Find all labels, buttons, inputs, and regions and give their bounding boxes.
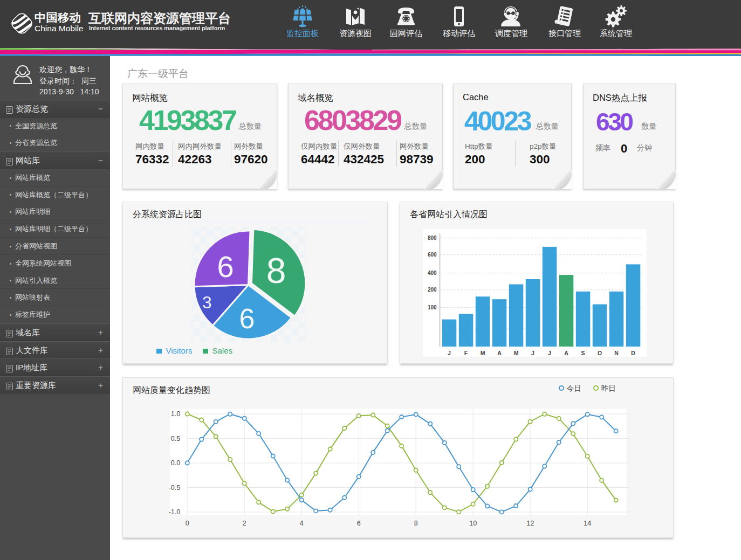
svg-text:2: 2: [243, 520, 246, 527]
svg-text:400: 400: [428, 270, 437, 276]
svg-text:A: A: [497, 350, 502, 356]
svg-text:J: J: [548, 350, 551, 356]
svg-text:0.5: 0.5: [171, 435, 180, 443]
svg-text:6: 6: [357, 520, 361, 527]
svg-text:1.0: 1.0: [171, 410, 180, 418]
svg-text:N: N: [614, 350, 619, 356]
svg-text:D: D: [631, 350, 635, 356]
svg-text:J: J: [531, 350, 534, 356]
svg-text:-1.0: -1.0: [169, 508, 181, 516]
svg-text:M: M: [514, 350, 519, 356]
svg-text:600: 600: [428, 252, 437, 258]
svg-text:M: M: [481, 350, 485, 356]
svg-text:-0.5: -0.5: [169, 484, 181, 492]
svg-text:3: 3: [202, 293, 212, 312]
svg-text:F: F: [464, 350, 468, 356]
svg-text:200: 200: [428, 287, 437, 293]
svg-text:6: 6: [217, 250, 234, 284]
svg-text:10: 10: [469, 520, 477, 527]
svg-text:14: 14: [584, 520, 591, 527]
svg-text:S: S: [581, 350, 585, 356]
svg-text:8: 8: [414, 520, 418, 527]
svg-text:12: 12: [526, 520, 534, 527]
svg-text:100: 100: [428, 305, 437, 310]
svg-text:0: 0: [186, 520, 189, 527]
svg-text:8: 8: [266, 251, 286, 291]
svg-text:0.0: 0.0: [171, 459, 180, 467]
svg-text:J: J: [448, 350, 451, 356]
svg-text:800: 800: [428, 235, 437, 241]
svg-text:A: A: [564, 350, 568, 356]
svg-text:4: 4: [300, 520, 304, 527]
svg-text:6: 6: [239, 303, 255, 334]
svg-text:O: O: [598, 350, 602, 356]
